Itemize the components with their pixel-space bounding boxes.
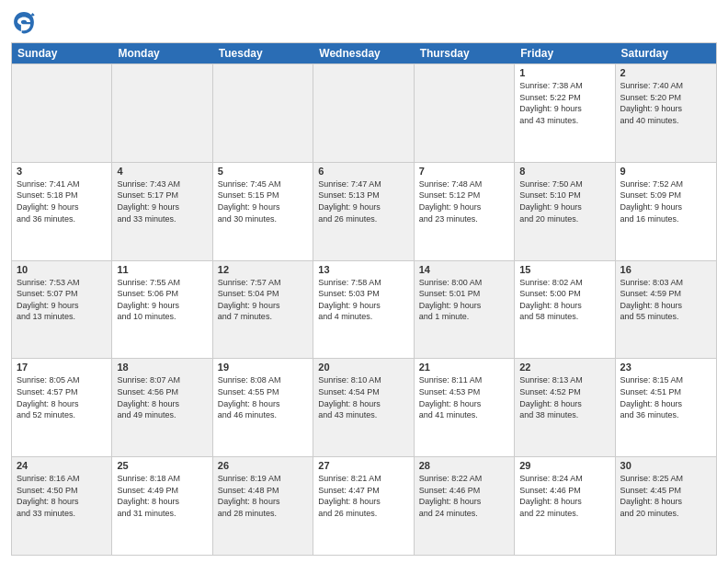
calendar-cell: 6Sunrise: 7:47 AM Sunset: 5:13 PM Daylig…	[313, 163, 414, 260]
day-info: Sunrise: 8:11 AM Sunset: 4:53 PM Dayligh…	[419, 374, 509, 420]
day-info: Sunrise: 8:00 AM Sunset: 5:01 PM Dayligh…	[419, 277, 509, 323]
day-info: Sunrise: 8:13 AM Sunset: 4:52 PM Dayligh…	[519, 374, 609, 420]
day-info: Sunrise: 8:22 AM Sunset: 4:46 PM Dayligh…	[419, 473, 509, 519]
calendar-cell: 29Sunrise: 8:24 AM Sunset: 4:46 PM Dayli…	[515, 457, 615, 555]
day-number: 21	[419, 362, 509, 373]
calendar-cell: 18Sunrise: 8:07 AM Sunset: 4:56 PM Dayli…	[112, 359, 212, 456]
day-number: 26	[218, 460, 308, 471]
day-info: Sunrise: 7:55 AM Sunset: 5:06 PM Dayligh…	[117, 277, 207, 323]
calendar-cell: 27Sunrise: 8:21 AM Sunset: 4:47 PM Dayli…	[313, 457, 414, 555]
day-number: 28	[419, 460, 509, 471]
day-info: Sunrise: 8:21 AM Sunset: 4:47 PM Dayligh…	[318, 473, 408, 519]
calendar-cell: 3Sunrise: 7:41 AM Sunset: 5:18 PM Daylig…	[12, 163, 112, 260]
weekday-header: Friday	[515, 43, 615, 63]
logo-icon	[11, 9, 37, 35]
day-info: Sunrise: 7:45 AM Sunset: 5:15 PM Dayligh…	[218, 178, 308, 224]
day-number: 16	[620, 264, 711, 275]
day-number: 2	[620, 67, 711, 78]
day-number: 27	[318, 460, 408, 471]
calendar-week: 17Sunrise: 8:05 AM Sunset: 4:57 PM Dayli…	[12, 358, 716, 456]
day-info: Sunrise: 7:47 AM Sunset: 5:13 PM Dayligh…	[318, 178, 408, 224]
day-number: 20	[318, 362, 408, 373]
calendar-cell: 28Sunrise: 8:22 AM Sunset: 4:46 PM Dayli…	[415, 457, 515, 555]
calendar-cell: 25Sunrise: 8:18 AM Sunset: 4:49 PM Dayli…	[112, 457, 212, 555]
day-number: 24	[17, 460, 107, 471]
day-number: 19	[218, 362, 308, 373]
day-number: 5	[218, 166, 308, 177]
day-number: 15	[519, 264, 609, 275]
day-number: 9	[620, 166, 711, 177]
calendar-cell: 4Sunrise: 7:43 AM Sunset: 5:17 PM Daylig…	[112, 163, 212, 260]
weekday-header: Tuesday	[213, 43, 313, 63]
calendar-header: SundayMondayTuesdayWednesdayThursdayFrid…	[12, 43, 716, 63]
day-info: Sunrise: 8:05 AM Sunset: 4:57 PM Dayligh…	[17, 374, 107, 420]
day-info: Sunrise: 8:08 AM Sunset: 4:55 PM Dayligh…	[218, 374, 308, 420]
day-info: Sunrise: 8:16 AM Sunset: 4:50 PM Dayligh…	[17, 473, 107, 519]
weekday-header: Thursday	[415, 43, 515, 63]
calendar-cell: 15Sunrise: 8:02 AM Sunset: 5:00 PM Dayli…	[515, 261, 615, 359]
day-info: Sunrise: 8:25 AM Sunset: 4:45 PM Dayligh…	[620, 473, 711, 519]
day-number: 6	[318, 166, 408, 177]
day-number: 10	[17, 264, 107, 275]
weekday-header: Wednesday	[313, 43, 414, 63]
day-info: Sunrise: 7:48 AM Sunset: 5:12 PM Dayligh…	[419, 178, 509, 224]
calendar-cell: 8Sunrise: 7:50 AM Sunset: 5:10 PM Daylig…	[515, 163, 615, 260]
day-number: 22	[519, 362, 609, 373]
logo	[11, 9, 40, 35]
calendar-cell: 23Sunrise: 8:15 AM Sunset: 4:51 PM Dayli…	[616, 359, 716, 456]
calendar: SundayMondayTuesdayWednesdayThursdayFrid…	[11, 42, 717, 556]
day-number: 13	[318, 264, 408, 275]
day-info: Sunrise: 7:53 AM Sunset: 5:07 PM Dayligh…	[17, 277, 107, 323]
day-info: Sunrise: 7:40 AM Sunset: 5:20 PM Dayligh…	[620, 80, 711, 126]
calendar-cell: 10Sunrise: 7:53 AM Sunset: 5:07 PM Dayli…	[12, 261, 112, 359]
calendar-cell: 20Sunrise: 8:10 AM Sunset: 4:54 PM Dayli…	[313, 359, 414, 456]
calendar-cell: 21Sunrise: 8:11 AM Sunset: 4:53 PM Dayli…	[415, 359, 515, 456]
day-info: Sunrise: 8:24 AM Sunset: 4:46 PM Dayligh…	[519, 473, 609, 519]
weekday-header: Saturday	[616, 43, 716, 63]
calendar-cell: 9Sunrise: 7:52 AM Sunset: 5:09 PM Daylig…	[616, 163, 716, 260]
day-info: Sunrise: 8:03 AM Sunset: 4:59 PM Dayligh…	[620, 277, 711, 323]
calendar-cell	[313, 64, 414, 162]
day-number: 11	[117, 264, 207, 275]
calendar-cell: 11Sunrise: 7:55 AM Sunset: 5:06 PM Dayli…	[112, 261, 212, 359]
day-number: 23	[620, 362, 711, 373]
weekday-header: Monday	[112, 43, 212, 63]
calendar-week: 10Sunrise: 7:53 AM Sunset: 5:07 PM Dayli…	[12, 260, 716, 359]
calendar-cell: 22Sunrise: 8:13 AM Sunset: 4:52 PM Dayli…	[515, 359, 615, 456]
day-number: 4	[117, 166, 207, 177]
calendar-cell	[112, 64, 212, 162]
calendar-cell: 24Sunrise: 8:16 AM Sunset: 4:50 PM Dayli…	[12, 457, 112, 555]
calendar-cell	[12, 64, 112, 162]
day-info: Sunrise: 7:43 AM Sunset: 5:17 PM Dayligh…	[117, 178, 207, 224]
calendar-cell: 12Sunrise: 7:57 AM Sunset: 5:04 PM Dayli…	[213, 261, 313, 359]
calendar-week: 24Sunrise: 8:16 AM Sunset: 4:50 PM Dayli…	[12, 456, 716, 555]
day-info: Sunrise: 8:10 AM Sunset: 4:54 PM Dayligh…	[318, 374, 408, 420]
calendar-cell: 30Sunrise: 8:25 AM Sunset: 4:45 PM Dayli…	[616, 457, 716, 555]
page: SundayMondayTuesdayWednesdayThursdayFrid…	[0, 0, 728, 563]
calendar-body: 1Sunrise: 7:38 AM Sunset: 5:22 PM Daylig…	[12, 63, 716, 555]
day-info: Sunrise: 8:15 AM Sunset: 4:51 PM Dayligh…	[620, 374, 711, 420]
calendar-cell: 7Sunrise: 7:48 AM Sunset: 5:12 PM Daylig…	[415, 163, 515, 260]
day-number: 14	[419, 264, 509, 275]
calendar-cell: 5Sunrise: 7:45 AM Sunset: 5:15 PM Daylig…	[213, 163, 313, 260]
day-number: 17	[17, 362, 107, 373]
day-info: Sunrise: 7:57 AM Sunset: 5:04 PM Dayligh…	[218, 277, 308, 323]
day-info: Sunrise: 7:58 AM Sunset: 5:03 PM Dayligh…	[318, 277, 408, 323]
day-info: Sunrise: 7:52 AM Sunset: 5:09 PM Dayligh…	[620, 178, 711, 224]
calendar-cell: 14Sunrise: 8:00 AM Sunset: 5:01 PM Dayli…	[415, 261, 515, 359]
weekday-header: Sunday	[12, 43, 112, 63]
calendar-cell: 2Sunrise: 7:40 AM Sunset: 5:20 PM Daylig…	[616, 64, 716, 162]
calendar-cell: 16Sunrise: 8:03 AM Sunset: 4:59 PM Dayli…	[616, 261, 716, 359]
day-number: 7	[419, 166, 509, 177]
day-number: 25	[117, 460, 207, 471]
day-info: Sunrise: 7:41 AM Sunset: 5:18 PM Dayligh…	[17, 178, 107, 224]
day-info: Sunrise: 8:19 AM Sunset: 4:48 PM Dayligh…	[218, 473, 308, 519]
day-number: 8	[519, 166, 609, 177]
day-info: Sunrise: 8:02 AM Sunset: 5:00 PM Dayligh…	[519, 277, 609, 323]
calendar-cell: 1Sunrise: 7:38 AM Sunset: 5:22 PM Daylig…	[515, 64, 615, 162]
day-info: Sunrise: 8:07 AM Sunset: 4:56 PM Dayligh…	[117, 374, 207, 420]
day-info: Sunrise: 7:38 AM Sunset: 5:22 PM Dayligh…	[519, 80, 609, 126]
calendar-week: 3Sunrise: 7:41 AM Sunset: 5:18 PM Daylig…	[12, 162, 716, 260]
calendar-cell: 17Sunrise: 8:05 AM Sunset: 4:57 PM Dayli…	[12, 359, 112, 456]
day-number: 18	[117, 362, 207, 373]
